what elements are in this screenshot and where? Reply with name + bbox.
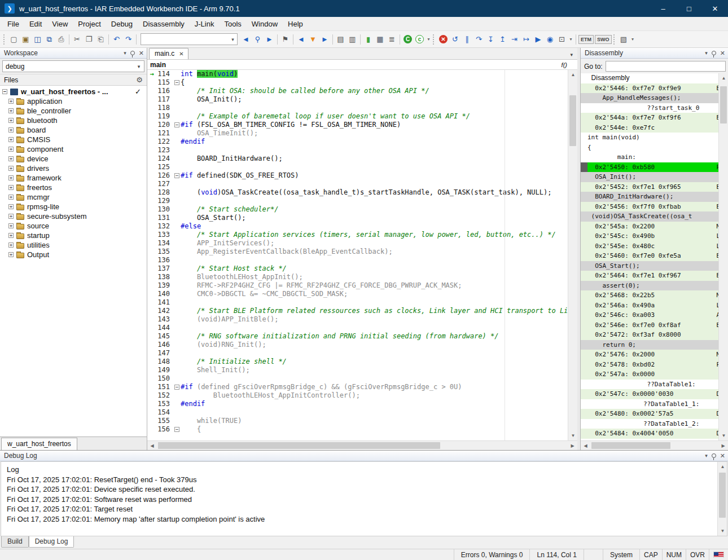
expand-icon[interactable]: + [8, 214, 14, 219]
toolbar-overflow-chevron[interactable]: ▾ [426, 37, 432, 42]
pin-icon[interactable] [712, 51, 716, 55]
configuration-dropdown[interactable]: debug ▾ [2, 60, 144, 72]
debug-log-vertical-scrollbar[interactable]: ▲ ▼ [717, 462, 727, 536]
code-line[interactable]: 143 (void)APP_InitBle(); [147, 315, 568, 324]
code-line[interactable]: 153#endif [147, 400, 568, 408]
bookmark-icon[interactable]: ▼ [307, 33, 319, 45]
code-line[interactable]: 138 BluetoothLEHost_AppInit(); [147, 273, 568, 281]
code-line[interactable]: 127 [147, 180, 568, 188]
step-over-icon[interactable]: ↷ [473, 33, 485, 45]
chevron-down-icon[interactable]: ▾ [134, 64, 144, 69]
navigate-forward-icon[interactable]: ► [264, 33, 275, 45]
crun-icon[interactable]: c [415, 35, 424, 43]
code-line[interactable]: 140 CMC0->DBGCTL &= ~CMC_DBGCTL_SOD_MASK… [147, 290, 568, 298]
disassembly-row[interactable]: int main(void) [581, 133, 718, 143]
tree-root-project[interactable]: −w_uart_host_freertos - ...✓ [0, 87, 147, 96]
search-icon[interactable]: ⚲ [252, 33, 264, 45]
code-line[interactable]: 133 /* Start Application services (timer… [147, 231, 568, 239]
code-line[interactable]: →114int main(void) [147, 70, 568, 78]
expand-icon[interactable]: + [8, 137, 14, 142]
fold-toggle[interactable]: − [173, 121, 181, 129]
tree-item-mcmgr[interactable]: +mcmgr [0, 192, 147, 202]
code-line[interactable]: 132#else [147, 222, 568, 231]
expand-icon[interactable]: + [8, 166, 14, 171]
code-line[interactable]: 120−#if (FSL_OSA_BM_TIMER_CONFIG != FSL_… [147, 121, 568, 129]
save-icon[interactable]: ◫ [32, 33, 43, 45]
memory-window-icon[interactable]: ⊡ [556, 33, 568, 45]
fold-collapse-icon[interactable]: − [174, 427, 179, 432]
close-icon[interactable]: ✕ [139, 50, 144, 57]
disassembly-row[interactable]: 0x2'5456: 0xf7f0 0xfbabB [581, 202, 718, 212]
code-line[interactable]: 126−#if defined(SDK_OS_FREE_RTOS) [147, 171, 568, 180]
disassembly-row[interactable]: 0x2'547c: 0x0000'0030D [581, 389, 718, 399]
step-into-icon[interactable]: ↧ [485, 33, 497, 45]
menu-item-help[interactable]: Help [283, 18, 308, 30]
expand-icon[interactable]: + [8, 127, 14, 133]
scroll-down-icon[interactable]: ▼ [718, 526, 727, 536]
disassembly-row[interactable]: ??DataTable1_1: [581, 399, 718, 409]
disassembly-row[interactable]: OSA_Start(); [581, 261, 718, 271]
build-all-icon[interactable]: ▦ [374, 33, 386, 45]
pin-icon[interactable] [130, 51, 135, 55]
disassembly-row[interactable]: 0x2'5452: 0xf7e1 0xf965B [581, 182, 718, 192]
disassembly-row[interactable]: ??DataTable1: [581, 380, 718, 390]
code-line[interactable]: 118 [147, 104, 568, 112]
tab-list-chevron-icon[interactable]: ▾ [565, 52, 577, 59]
copy-icon[interactable]: ❐ [83, 33, 95, 45]
chevron-down-icon[interactable]: ▾ [705, 453, 708, 458]
disassembly-row[interactable]: Disassembly [581, 73, 718, 83]
scroll-up-icon[interactable]: ▲ [718, 462, 727, 471]
trace-toolbar-chevron[interactable]: ▾ [630, 37, 636, 42]
disassembly-row[interactable]: 0x2'545e: 0x480cL [581, 241, 718, 252]
reset-icon[interactable]: ↺ [449, 33, 461, 45]
expand-icon[interactable]: + [8, 175, 14, 180]
disassembly-row[interactable]: 0x2'544a: 0xf7e7 0xf9f6B [581, 113, 718, 123]
disassembly-row[interactable]: 0x2'546c: 0xa003A [581, 310, 718, 320]
redo-icon[interactable]: ↷ [122, 33, 134, 45]
scroll-right-icon[interactable]: ▶ [568, 441, 577, 451]
stop-debugging-icon[interactable]: ✕ [439, 35, 448, 43]
disassembly-row[interactable]: 0x2'547a: 0x0000 [581, 369, 718, 380]
tree-item-drivers[interactable]: +drivers [0, 164, 147, 173]
disassembly-row[interactable]: OSA_Init(); [581, 172, 718, 182]
disassembly-row[interactable]: ??DataTable1_2: [581, 419, 718, 429]
fold-collapse-icon[interactable]: − [174, 80, 179, 85]
disassembly-row[interactable]: 0x2'544e: 0xe7fc [581, 123, 718, 133]
expand-icon[interactable]: + [8, 195, 14, 200]
scroll-up-icon[interactable]: ▲ [719, 73, 728, 83]
disassembly-hscroll-thumb[interactable] [591, 442, 670, 449]
disassembly-row[interactable]: 0x2'5460: 0xf7e0 0xfe5aB [581, 251, 718, 261]
disassembly-hscroll-track[interactable] [590, 441, 718, 450]
tree-item-source[interactable]: +source [0, 221, 147, 231]
maximize-button[interactable]: □ [676, 0, 702, 17]
code-line[interactable]: 155 while(TRUE) [147, 417, 568, 425]
editor-hscroll-thumb[interactable] [158, 442, 440, 449]
next-statement-icon[interactable]: ⇥ [508, 33, 520, 45]
code-line[interactable]: 134 APP_InitServices(); [147, 239, 568, 248]
code-line[interactable]: 122#endif [147, 138, 568, 146]
fold-collapse-icon[interactable]: − [174, 173, 179, 178]
swo-button[interactable]: SWO [595, 35, 612, 44]
disassembly-row[interactable]: 0x2'5446: 0xf7e7 0xf9e9B [581, 83, 718, 94]
disassembly-row[interactable]: { [581, 143, 718, 153]
code-line[interactable]: 142 /* Start BLE Platform related ressou… [147, 307, 568, 315]
fold-toggle[interactable]: − [173, 171, 181, 180]
fold-toggle[interactable]: − [173, 78, 181, 87]
disassembly-row[interactable]: 0x2'546a: 0x490aL [581, 301, 718, 311]
expand-icon[interactable]: + [8, 118, 14, 123]
disassembly-row[interactable]: ??DataTable1_3: [581, 439, 718, 441]
disassembly-row[interactable]: 0x2'5478: 0xbd02P [581, 360, 718, 370]
code-line[interactable]: 119 /* Example of baremetal loop if user… [147, 112, 568, 121]
menu-item-tools[interactable]: Tools [219, 18, 246, 30]
editor-vscroll-track[interactable] [568, 80, 577, 431]
disassembly-vertical-scrollbar[interactable]: ▲ ▼ [718, 73, 728, 440]
expand-icon[interactable]: + [8, 99, 14, 104]
code-line[interactable]: 115−{ [147, 78, 568, 87]
code-line[interactable]: 125 [147, 163, 568, 171]
disassembly-row[interactable]: App_HandleMessages(); [581, 93, 718, 103]
code-line[interactable]: 137 /* Start Host stack */ [147, 264, 568, 273]
disassembly-current-row[interactable]: 0x2'5450: 0xb580P [581, 162, 718, 173]
go-icon[interactable]: ▶ [532, 33, 544, 45]
expand-icon[interactable]: + [8, 185, 14, 190]
menu-item-j-link[interactable]: J-Link [190, 18, 220, 30]
